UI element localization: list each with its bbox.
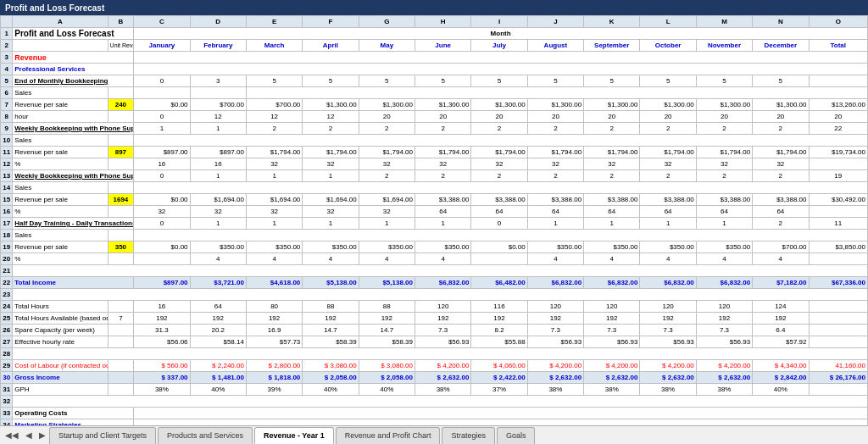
rownum-34: 34: [1, 419, 13, 426]
row-23: 23: [1, 289, 868, 301]
r5c3: 0: [134, 75, 190, 87]
r29c14: $ 4,340.00: [753, 360, 809, 372]
r9c13: 2: [696, 123, 752, 135]
row-29: 29 Cost of Labour (if contracted out) $ …: [1, 360, 868, 372]
row-25: 25 Total Hours Available (based on chef)…: [1, 313, 868, 325]
r8c10: 20: [527, 111, 583, 123]
r29c6: $ 3,080.00: [303, 360, 359, 372]
r24c7: 88: [359, 301, 415, 313]
rownum-18: 18: [1, 230, 13, 241]
r17c14: 2: [753, 218, 809, 230]
r13c7: 2: [359, 170, 415, 182]
r29-b: [108, 360, 134, 372]
operating-costs-header: Operating Costs: [13, 408, 134, 419]
r7c4: $700.00: [190, 99, 246, 111]
r7c12: $1,300.00: [640, 99, 696, 111]
r6c4: [190, 87, 246, 99]
r12c14: 32: [753, 158, 809, 170]
col-header-j: J: [527, 16, 583, 28]
r24c13: 120: [696, 301, 752, 313]
r17c5: 1: [246, 218, 302, 230]
r12c3: 16: [134, 158, 190, 170]
r22c12: $6,832.00: [640, 277, 696, 289]
r27c7: $58.39: [359, 336, 415, 348]
r12c7: 32: [359, 158, 415, 170]
r8c7: 20: [359, 111, 415, 123]
r29c4: $ 2,240.00: [190, 360, 246, 372]
row-27: 27 Effective hourly rate $56.06 $58.14 $…: [1, 336, 868, 348]
tab-startup[interactable]: Startup and Client Targets: [49, 427, 156, 444]
col-header-b: B: [108, 16, 134, 28]
rownum-28: 28: [1, 348, 13, 360]
r20c4: 4: [190, 253, 246, 265]
r30c15: $ 26,176.00: [809, 372, 867, 384]
r6c3: [134, 87, 190, 99]
r11c15: $19,734.00: [809, 147, 867, 158]
feb-header: February: [190, 40, 246, 52]
r13c10: 2: [527, 170, 583, 182]
r8c11: 20: [584, 111, 640, 123]
r15c9: $3,388.00: [471, 194, 527, 206]
r19c4: $350.00: [190, 241, 246, 253]
row-5: 5 End of Monthly Bookkeeping 0 3 5 5 5 5…: [1, 75, 868, 87]
col-header-h: H: [415, 16, 471, 28]
r22c3: $897.00: [134, 277, 190, 289]
r5c13: 5: [696, 75, 752, 87]
r27-b: [108, 336, 134, 348]
r11-b: 897: [108, 147, 134, 158]
r7c7: $1,300.00: [359, 99, 415, 111]
row-1: 1 Profit and Loss Forecast Month: [1, 28, 868, 40]
r8c15: 20: [809, 111, 867, 123]
tab-revenue-year1[interactable]: Revenue - Year 1: [254, 427, 334, 444]
col-header-n: N: [753, 16, 809, 28]
r19c14: $700.00: [753, 241, 809, 253]
unit-revenue-label: Unit Revenue: [108, 40, 134, 52]
r15c4: $1,694.00: [190, 194, 246, 206]
r21-rest: [13, 265, 868, 277]
col-header-num: [1, 16, 13, 28]
half-day-header: Half Day Training - Daily Transactions: [13, 218, 134, 230]
r5c15: [809, 75, 867, 87]
tab-goals[interactable]: Goals: [497, 427, 536, 444]
r33-rest: [134, 408, 868, 419]
r9c14: 2: [753, 123, 809, 135]
r18-rest: [134, 230, 868, 241]
row-13: 13 Weekly Bookkeeping with Phone Support…: [1, 170, 868, 182]
r8c9: 20: [471, 111, 527, 123]
tab-nav-prev[interactable]: ◀: [22, 429, 36, 441]
r15c12: $3,388.00: [640, 194, 696, 206]
r11c10: $1,794.00: [527, 147, 583, 158]
r30-label: Gross Income: [13, 372, 108, 384]
tab-nav-next[interactable]: ▶: [36, 429, 49, 441]
tab-strategies[interactable]: Strategies: [442, 427, 495, 444]
sheet-wrapper[interactable]: A B C D E F G H I J K L M N O: [0, 15, 868, 425]
r5c11: 5: [584, 75, 640, 87]
r17c8: 1: [415, 218, 471, 230]
r17c6: 1: [303, 218, 359, 230]
total-income-label: Total Income: [13, 277, 134, 289]
r31c11: 38%: [584, 384, 640, 396]
tab-products[interactable]: Products and Services: [158, 427, 253, 444]
r26c10: 7.3: [527, 325, 583, 336]
rownum-31: 31: [1, 384, 13, 396]
r8-label: hour: [13, 111, 108, 123]
r15c15: $30,492.00: [809, 194, 867, 206]
r16c14: 64: [753, 206, 809, 218]
r19c15: $3,850.00: [809, 241, 867, 253]
r27c14: $57.92: [753, 336, 809, 348]
r9c11: 2: [584, 123, 640, 135]
r19c3: $0.00: [134, 241, 190, 253]
r9c5: 2: [246, 123, 302, 135]
r15-b: 1694: [108, 194, 134, 206]
rownum-9: 9: [1, 123, 13, 135]
r15c13: $3,388.00: [696, 194, 752, 206]
r20c5: 4: [246, 253, 302, 265]
r5c10: 5: [527, 75, 583, 87]
r22c11: $6,832.00: [584, 277, 640, 289]
rownum-2: 2: [1, 40, 13, 52]
tab-nav-left[interactable]: ◀◀: [2, 429, 22, 441]
rownum-13: 13: [1, 170, 13, 182]
r27c13: $56.93: [696, 336, 752, 348]
tab-revenue-profit-chart[interactable]: Revenue and Profit Chart: [336, 427, 441, 444]
rownum-17: 17: [1, 218, 13, 230]
